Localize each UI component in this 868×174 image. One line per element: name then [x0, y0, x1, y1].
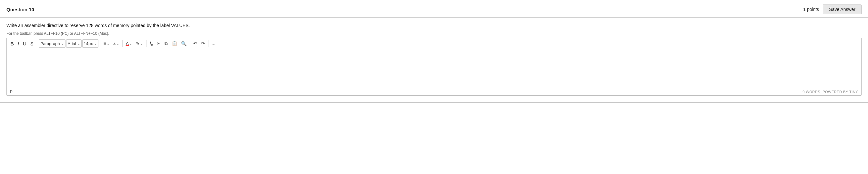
page-container: Question 10 1 points Save Answer Write a…	[0, 0, 868, 174]
search-icon: 🔍	[181, 41, 187, 46]
cut-icon: ✂	[157, 41, 161, 46]
ordered-list-icon: ≠	[113, 41, 116, 46]
highlight-icon: ✎	[136, 41, 140, 46]
editor-toolbar: B I U S Paragraph ⌄ Arial ⌄	[7, 38, 861, 49]
editor-footer: P 0 WORDS POWERED BY TINY	[7, 88, 861, 95]
strikethrough-button[interactable]: S	[29, 40, 35, 47]
highlight-chevron-icon: ⌄	[141, 42, 143, 45]
font-color-icon: A	[126, 41, 129, 46]
size-label: 14px	[84, 41, 93, 46]
font-color-button[interactable]: A ⌄	[124, 40, 133, 47]
font-label: Arial	[68, 41, 76, 46]
redo-icon: ↷	[201, 41, 205, 46]
question-header: Question 10 1 points Save Answer	[0, 0, 868, 18]
powered-by: POWERED BY TINY	[823, 90, 858, 94]
points-label: 1 points	[803, 7, 819, 12]
separator-6	[208, 40, 209, 47]
italic-button[interactable]: I	[16, 40, 21, 47]
paste-button[interactable]: 📋	[170, 40, 179, 47]
undo-button[interactable]: ↶	[192, 40, 199, 47]
paragraph-chevron-icon: ⌄	[61, 42, 64, 45]
color-chevron-icon: ⌄	[129, 42, 132, 45]
header-right: 1 points Save Answer	[803, 4, 862, 14]
separator-1	[37, 40, 37, 47]
clear-format-icon: Ix	[150, 41, 153, 47]
ol-chevron-icon: ⌄	[117, 42, 119, 45]
clear-format-button[interactable]: Ix	[148, 40, 155, 48]
bold-button[interactable]: B	[9, 40, 16, 47]
word-count: 0 WORDS	[803, 90, 820, 94]
underline-button[interactable]: U	[21, 40, 28, 47]
toolbar-hint: For the toolbar, press ALT+F10 (PC) or A…	[6, 31, 862, 36]
ordered-list-button[interactable]: ≠ ⌄	[112, 40, 121, 47]
separator-5	[190, 40, 190, 47]
editor-wrapper: B I U S Paragraph ⌄ Arial ⌄	[6, 38, 862, 96]
word-count-powered-by: 0 WORDS POWERED BY TINY	[803, 90, 858, 94]
unordered-list-button[interactable]: ≡ ⌄	[102, 40, 111, 47]
unordered-list-icon: ≡	[103, 41, 106, 46]
size-dropdown[interactable]: 14px ⌄	[82, 39, 98, 48]
copy-button[interactable]: ⧉	[163, 40, 169, 47]
highlight-button[interactable]: ✎ ⌄	[134, 40, 145, 47]
question-text: Write an assembler directive to reserve …	[6, 23, 862, 28]
paragraph-label: Paragraph	[40, 41, 60, 46]
question-title: Question 10	[6, 7, 34, 12]
redo-button[interactable]: ↷	[199, 40, 207, 47]
question-body: Write an assembler directive to reserve …	[0, 18, 868, 99]
undo-icon: ↶	[193, 41, 197, 46]
bottom-border	[0, 102, 868, 103]
cut-button[interactable]: ✂	[155, 40, 162, 47]
paste-icon: 📋	[172, 41, 177, 46]
font-chevron-icon: ⌄	[78, 42, 80, 45]
copy-icon: ⧉	[164, 41, 168, 46]
ul-chevron-icon: ⌄	[107, 42, 110, 45]
separator-4	[146, 40, 147, 47]
more-button[interactable]: ...	[210, 40, 217, 47]
separator-3	[122, 40, 123, 47]
separator-2	[100, 40, 100, 47]
size-chevron-icon: ⌄	[94, 42, 97, 45]
editor-content-area[interactable]	[7, 49, 861, 88]
paragraph-dropdown[interactable]: Paragraph ⌄	[39, 39, 65, 48]
paragraph-indicator: P	[10, 90, 12, 94]
search-button[interactable]: 🔍	[179, 40, 188, 47]
font-dropdown[interactable]: Arial ⌄	[66, 39, 82, 48]
save-answer-button[interactable]: Save Answer	[823, 4, 862, 14]
